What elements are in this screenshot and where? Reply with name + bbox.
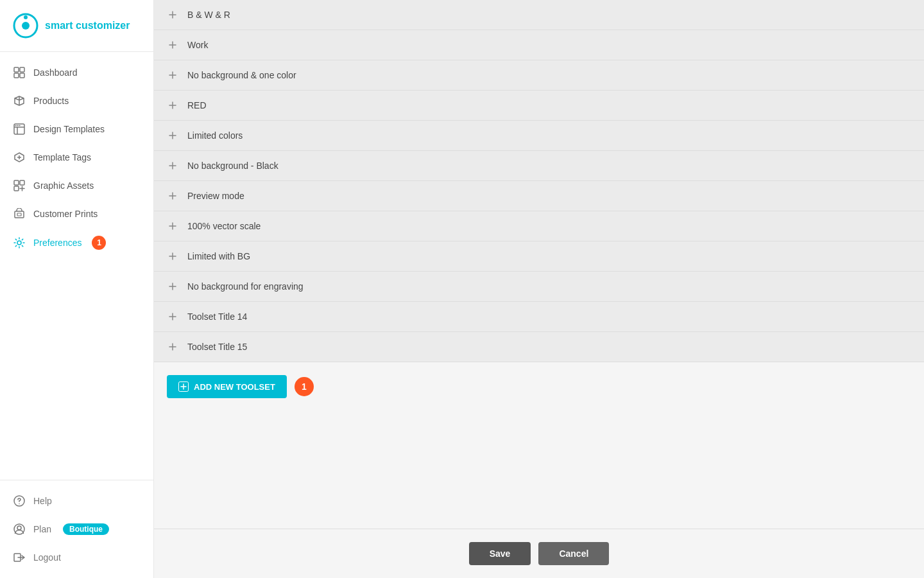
logout-icon — [13, 551, 26, 564]
save-cancel-bar: Save Cancel — [154, 529, 924, 578]
sidebar-item-template-tags[interactable]: Template Tags — [0, 143, 153, 171]
toolset-item[interactable]: Limited colors — [154, 121, 924, 151]
sidebar-bottom: Help Plan Boutique Logout — [0, 480, 153, 578]
app-name: smart customizer — [45, 20, 130, 31]
expand-icon — [167, 220, 178, 232]
toolset-item[interactable]: B & W & R — [154, 0, 924, 30]
sidebar-item-label-preferences: Preferences — [33, 238, 81, 248]
expand-icon — [167, 130, 178, 141]
svg-rect-12 — [20, 180, 24, 185]
sidebar-item-preferences[interactable]: Preferences 1 — [0, 228, 153, 258]
toolset-item[interactable]: No background - Black — [154, 151, 924, 181]
expand-icon — [167, 190, 178, 202]
toolset-label: RED — [187, 100, 207, 110]
toolset-item[interactable]: RED — [154, 91, 924, 121]
toolset-item[interactable]: 100% vector scale — [154, 211, 924, 241]
expand-icon — [167, 341, 178, 353]
template-tags-icon — [13, 151, 26, 164]
toolset-item[interactable]: Limited with BG — [154, 241, 924, 272]
help-icon — [13, 495, 26, 507]
toolset-label: Toolset Title 15 — [187, 342, 247, 352]
footer-badge: 1 — [295, 377, 314, 396]
toolset-item[interactable]: No background & one color — [154, 60, 924, 91]
expand-icon — [167, 160, 178, 171]
svg-rect-14 — [15, 211, 24, 218]
main-nav: Dashboard Products Design Templates — [0, 52, 153, 480]
sidebar-item-label-template-tags: Template Tags — [33, 152, 91, 162]
svg-rect-15 — [17, 213, 21, 216]
svg-rect-6 — [20, 73, 24, 78]
design-templates-icon — [13, 123, 26, 136]
dashboard-icon — [13, 66, 26, 79]
preferences-badge: 1 — [92, 236, 106, 250]
svg-rect-11 — [14, 180, 19, 185]
toolset-label: Work — [187, 40, 208, 50]
plan-icon — [13, 523, 26, 536]
sidebar-item-label-customer-prints: Customer Prints — [33, 209, 98, 219]
expand-icon — [167, 250, 178, 262]
svg-rect-3 — [14, 67, 19, 72]
sidebar-item-label-graphic-assets: Graphic Assets — [33, 180, 94, 191]
expand-icon — [167, 9, 178, 21]
expand-icon — [167, 281, 178, 292]
sidebar-item-label-help: Help — [33, 496, 52, 506]
save-button[interactable]: Save — [469, 542, 531, 565]
sidebar-item-label-plan: Plan — [33, 524, 51, 534]
plan-badge: Boutique — [63, 523, 109, 535]
sidebar-item-plan[interactable]: Plan Boutique — [0, 515, 153, 543]
toolset-item[interactable]: Toolset Title 14 — [154, 302, 924, 332]
expand-icon — [167, 100, 178, 111]
logo-area: smart customizer — [0, 0, 153, 52]
svg-rect-5 — [14, 73, 19, 78]
add-toolset-icon — [178, 381, 189, 392]
sidebar-item-logout[interactable]: Logout — [0, 543, 153, 572]
svg-point-20 — [17, 526, 21, 530]
sidebar-item-dashboard[interactable]: Dashboard — [0, 58, 153, 87]
sidebar-item-customer-prints[interactable]: Customer Prints — [0, 200, 153, 228]
toolset-label: No background - Black — [187, 161, 278, 171]
toolset-label: Limited with BG — [187, 251, 250, 261]
toolset-list: B & W & R Work No background & one color — [154, 0, 924, 362]
svg-point-18 — [19, 504, 20, 505]
sidebar-item-label-products: Products — [33, 96, 69, 106]
sidebar-item-products[interactable]: Products — [0, 87, 153, 115]
toolset-item[interactable]: Preview mode — [154, 181, 924, 211]
toolset-label: Limited colors — [187, 130, 243, 141]
main-content: B & W & R Work No background & one color — [154, 0, 924, 578]
toolset-label: Preview mode — [187, 191, 244, 201]
footer-actions: ADD NEW TOOLSET 1 — [154, 362, 924, 408]
expand-icon — [167, 311, 178, 322]
toolset-label: No background for engraving — [187, 281, 304, 292]
toolset-label: B & W & R — [187, 10, 230, 20]
customer-prints-icon — [13, 207, 26, 220]
toolset-label: No background & one color — [187, 70, 296, 80]
toolset-content-area: B & W & R Work No background & one color — [154, 0, 924, 529]
svg-point-2 — [24, 15, 28, 19]
products-icon — [13, 94, 26, 107]
toolset-item[interactable]: No background for engraving — [154, 272, 924, 302]
sidebar: smart customizer Dashboard — [0, 0, 154, 578]
svg-rect-4 — [20, 67, 24, 72]
cancel-button[interactable]: Cancel — [538, 542, 609, 565]
svg-point-1 — [22, 22, 30, 30]
toolset-item[interactable]: Toolset Title 15 — [154, 332, 924, 362]
svg-rect-13 — [14, 186, 19, 191]
sidebar-item-graphic-assets[interactable]: Graphic Assets — [0, 171, 153, 200]
add-new-toolset-button[interactable]: ADD NEW TOOLSET — [167, 375, 287, 398]
toolset-label: 100% vector scale — [187, 221, 261, 231]
expand-icon — [167, 69, 178, 81]
preferences-icon — [13, 236, 26, 249]
expand-icon — [167, 39, 178, 51]
add-toolset-label: ADD NEW TOOLSET — [194, 382, 275, 392]
graphic-assets-icon — [13, 179, 26, 192]
sidebar-item-label-logout: Logout — [33, 552, 61, 563]
toolset-label: Toolset Title 14 — [187, 311, 247, 322]
svg-point-16 — [17, 241, 21, 245]
app-logo-icon — [13, 13, 38, 39]
sidebar-item-design-templates[interactable]: Design Templates — [0, 115, 153, 143]
sidebar-item-label-design-templates: Design Templates — [33, 124, 105, 134]
sidebar-item-help[interactable]: Help — [0, 487, 153, 515]
toolset-item[interactable]: Work — [154, 30, 924, 60]
sidebar-item-label-dashboard: Dashboard — [33, 67, 78, 78]
